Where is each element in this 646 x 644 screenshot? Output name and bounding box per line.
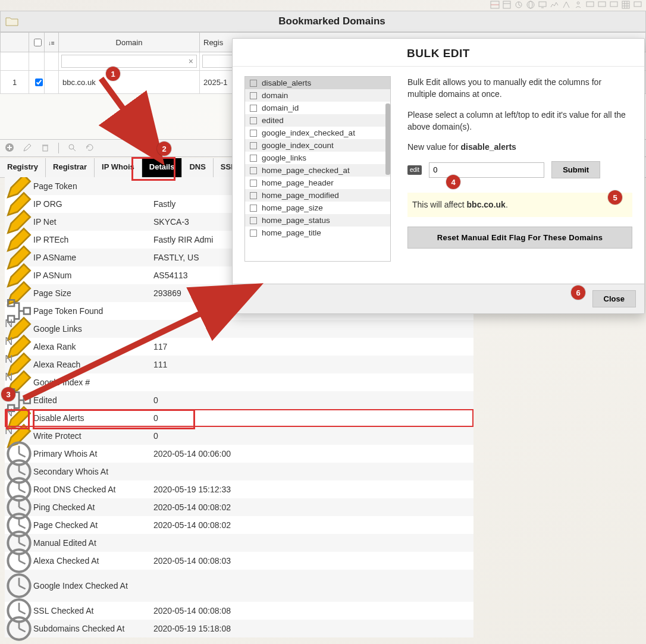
row-label: Page Token: [33, 181, 153, 191]
toolbar-icon[interactable]: [597, 0, 607, 11]
toolbar-icon[interactable]: [573, 0, 583, 11]
toolbar-icon[interactable]: [502, 0, 512, 11]
row-icon[interactable]: [5, 546, 33, 575]
column-option[interactable]: domain_id: [245, 102, 390, 114]
folder-icon[interactable]: [5, 16, 18, 27]
delete-icon[interactable]: [40, 143, 50, 154]
detail-row[interactable]: Root DNS Checked At2020-05-19 15:12:33: [5, 480, 473, 498]
row-checkbox[interactable]: [35, 78, 43, 86]
toolbar-icon[interactable]: [633, 0, 642, 11]
refresh-icon[interactable]: [85, 143, 95, 154]
new-value-input[interactable]: [429, 162, 544, 178]
svg-line-50: [19, 489, 26, 492]
submit-button[interactable]: Submit: [551, 161, 600, 178]
detail-row[interactable]: Alexa Checked At2020-05-14 00:08:03: [5, 552, 473, 570]
edit-icon[interactable]: [23, 143, 32, 154]
detail-row[interactable]: Primary Whois At2020-05-14 00:06:00: [5, 445, 473, 463]
column-option[interactable]: home_page_header: [245, 177, 390, 189]
checkbox-icon: [250, 217, 257, 224]
column-option[interactable]: home_page_title: [245, 227, 390, 239]
svg-rect-24: [43, 146, 48, 151]
reset-button[interactable]: Reset Manual Edit Flag For These Domains: [407, 227, 632, 249]
detail-row[interactable]: NGoogle Index #: [5, 373, 473, 391]
tab-details[interactable]: Details: [142, 158, 183, 177]
detail-row[interactable]: Page Checked At2020-05-14 00:08:02: [5, 516, 473, 534]
column-option-label: home_page_title: [262, 228, 321, 237]
svg-point-11: [577, 2, 579, 4]
detail-row[interactable]: Google Index Checked At: [5, 570, 473, 602]
toolbar-icon[interactable]: [562, 0, 571, 11]
row-label: Page Token Found: [33, 306, 153, 316]
column-option[interactable]: google_index_count: [245, 139, 390, 152]
scrollbar-thumb[interactable]: [385, 103, 390, 175]
detail-row[interactable]: NAlexa Reach111: [5, 356, 473, 373]
tab-registry[interactable]: Registry: [0, 158, 46, 177]
separator: [58, 143, 59, 153]
detail-row[interactable]: Edited0: [5, 391, 473, 409]
row-value: 117: [153, 342, 473, 351]
column-option[interactable]: google_links: [245, 152, 390, 164]
row-icon[interactable]: [5, 571, 33, 600]
clear-filter-icon[interactable]: ×: [189, 56, 193, 66]
domain-filter-input[interactable]: [61, 55, 197, 68]
bulk-intro-2: Please select a column at left/top to ed…: [407, 109, 632, 133]
svg-rect-28: [8, 300, 14, 306]
column-option[interactable]: disable_alerts: [245, 77, 390, 89]
column-option[interactable]: home_page_modified: [245, 189, 390, 202]
detail-row[interactable]: NWrite Protect0: [5, 427, 473, 445]
row-label: Google Links: [33, 324, 153, 334]
toolbar-icon[interactable]: [490, 0, 500, 11]
row-label: IP ORG: [33, 199, 153, 209]
detail-row[interactable]: NGoogle Links: [5, 320, 473, 338]
row-value: 2020-05-19 15:12:33: [153, 485, 473, 494]
marker-1: 1: [106, 67, 120, 81]
toolbar-icon[interactable]: [585, 0, 595, 11]
toolbar-icon[interactable]: [538, 0, 547, 11]
col-sort[interactable]: ↓≡: [45, 33, 59, 52]
toolbar-icon[interactable]: [621, 0, 631, 11]
column-picker[interactable]: disable_alertsdomaindomain_ideditedgoogl…: [244, 76, 391, 262]
select-all-checkbox[interactable]: [34, 39, 42, 46]
checkbox-icon: [250, 80, 257, 87]
detail-row[interactable]: NDisable Alerts0: [5, 409, 473, 427]
column-option[interactable]: home_page_size: [245, 202, 390, 214]
row-label: Edited: [33, 395, 153, 405]
column-option[interactable]: home_page_checked_at: [245, 164, 390, 177]
detail-row[interactable]: Subdomains Checked At2020-05-19 15:18:08: [5, 620, 473, 637]
row-label: Alexa Checked At: [33, 556, 153, 566]
detail-row[interactable]: Manual Edited At: [5, 534, 473, 552]
search-icon[interactable]: [67, 143, 77, 154]
new-value-label: New value for disable_alerts: [407, 141, 632, 153]
svg-line-47: [19, 472, 26, 475]
column-option[interactable]: google_index_checked_at: [245, 127, 390, 139]
col-rownum[interactable]: [1, 33, 29, 52]
column-option-label: edited: [262, 116, 284, 125]
toolbar-icon[interactable]: [526, 0, 535, 11]
row-value: 0: [153, 431, 473, 441]
detail-row[interactable]: Ping Checked At2020-05-14 00:08:02: [5, 498, 473, 516]
checkbox-icon: [250, 117, 257, 124]
toolbar-icon[interactable]: [550, 0, 559, 11]
svg-point-7: [527, 1, 534, 8]
row-label: Manual Edited At: [33, 538, 153, 548]
toolbar-icon[interactable]: [609, 0, 619, 11]
close-button[interactable]: Close: [592, 290, 636, 307]
toolbar-icon[interactable]: [514, 0, 523, 11]
detail-row[interactable]: SSL Checked At2020-05-14 00:08:08: [5, 602, 473, 620]
tab-dns[interactable]: DNS: [182, 158, 213, 177]
col-checkbox[interactable]: [29, 33, 45, 52]
column-option[interactable]: edited: [245, 114, 390, 127]
col-domain[interactable]: Domain: [59, 33, 200, 52]
add-icon[interactable]: [5, 143, 14, 154]
tab-ipwhois[interactable]: IP Whois: [95, 158, 142, 177]
tab-registrar[interactable]: Registrar: [46, 158, 95, 177]
column-option[interactable]: domain: [245, 89, 390, 102]
detail-row[interactable]: NAlexa Rank117: [5, 338, 473, 356]
detail-row[interactable]: Secondary Whois At: [5, 463, 473, 480]
bulk-intro-1: Bulk Edit allows you to manually edit th…: [407, 76, 632, 100]
marker-2: 2: [157, 142, 171, 156]
svg-line-6: [519, 5, 520, 6]
row-icon[interactable]: [5, 614, 33, 643]
column-option[interactable]: home_page_status: [245, 214, 390, 227]
checkbox-icon: [250, 192, 257, 199]
